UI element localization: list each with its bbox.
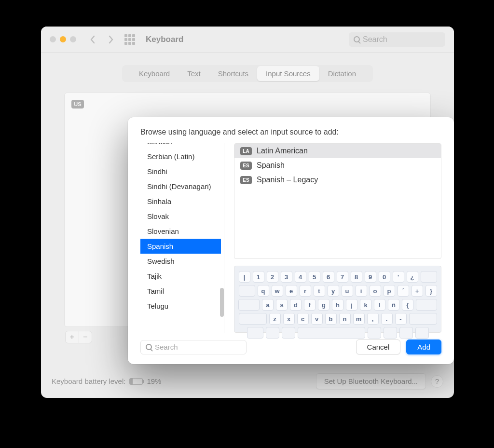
- key: e: [286, 285, 297, 297]
- language-item[interactable]: Sinhala: [140, 194, 221, 209]
- key: i: [356, 285, 367, 297]
- add-input-source-dialog: Browse using language and select an inpu…: [128, 117, 454, 364]
- key: q: [258, 285, 269, 297]
- scrollbar-thumb[interactable]: [220, 288, 224, 317]
- input-source-item[interactable]: ESSpanish – Legacy: [234, 173, 441, 187]
- key: 3: [281, 271, 292, 283]
- key: l: [374, 299, 385, 311]
- source-label: Spanish – Legacy: [257, 176, 318, 184]
- key: y: [328, 285, 339, 297]
- key: p: [384, 285, 395, 297]
- key: 4: [295, 271, 306, 283]
- language-item[interactable]: Tajik: [140, 269, 221, 284]
- key: h: [332, 299, 343, 311]
- key: c: [297, 313, 309, 325]
- language-item[interactable]: Sindhi (Devanagari): [140, 179, 221, 194]
- input-source-list[interactable]: LALatin AmericanESSpanishESSpanish – Leg…: [234, 143, 441, 259]
- key: w: [272, 285, 283, 297]
- key: 8: [351, 271, 362, 283]
- key: 5: [309, 271, 320, 283]
- key: .: [381, 313, 393, 325]
- key: z: [269, 313, 281, 325]
- key: f: [304, 299, 316, 311]
- dialog-search-placeholder: Search: [155, 343, 178, 351]
- input-source-item[interactable]: LALatin American: [234, 144, 441, 158]
- key: j: [346, 299, 357, 311]
- key: n: [339, 313, 351, 325]
- source-chip: LA: [240, 147, 252, 155]
- language-item[interactable]: Slovenian: [140, 224, 221, 239]
- language-item[interactable]: Swedish: [140, 254, 221, 269]
- key: {: [402, 299, 413, 311]
- key: d: [290, 299, 302, 311]
- language-item[interactable]: Telugu: [140, 299, 221, 313]
- key: +: [412, 285, 423, 297]
- key: a: [262, 299, 274, 311]
- key: m: [353, 313, 365, 325]
- key: x: [283, 313, 295, 325]
- language-list[interactable]: SerbianSerbian (Latin)SindhiSindhi (Deva…: [140, 143, 224, 333]
- key: ¿: [407, 271, 418, 283]
- dialog-body: SerbianSerbian (Latin)SindhiSindhi (Deva…: [140, 143, 441, 333]
- source-label: Spanish: [257, 161, 285, 170]
- key: ´: [398, 285, 409, 297]
- source-label: Latin American: [257, 147, 308, 155]
- key: -: [395, 313, 407, 325]
- key: g: [318, 299, 329, 311]
- language-item[interactable]: Serbian: [140, 143, 221, 149]
- source-chip: ES: [240, 162, 252, 170]
- key: r: [300, 285, 311, 297]
- key: s: [276, 299, 288, 311]
- search-icon: [146, 344, 152, 350]
- language-item[interactable]: Sindhi: [140, 164, 221, 179]
- key: ': [393, 271, 404, 283]
- input-source-item[interactable]: ESSpanish: [234, 158, 441, 173]
- key: t: [314, 285, 325, 297]
- add-button[interactable]: Add: [406, 339, 441, 354]
- key: 0: [379, 271, 390, 283]
- dialog-search[interactable]: Search: [140, 340, 247, 354]
- key: 2: [267, 271, 278, 283]
- keyboard-preview: |1234567890'¿qwertyuiop´+}asdfghjklñ{zxc…: [234, 266, 441, 333]
- key: b: [325, 313, 337, 325]
- language-item[interactable]: Tamil: [140, 284, 221, 299]
- key: 1: [253, 271, 264, 283]
- key: k: [360, 299, 371, 311]
- key: ñ: [388, 299, 399, 311]
- key: 7: [337, 271, 348, 283]
- key: |: [239, 271, 250, 283]
- key: ,: [367, 313, 379, 325]
- key: 6: [323, 271, 334, 283]
- language-item[interactable]: Spanish: [140, 239, 221, 254]
- key: o: [370, 285, 381, 297]
- dialog-prompt: Browse using language and select an inpu…: [140, 128, 441, 136]
- key: u: [342, 285, 353, 297]
- source-chip: ES: [240, 176, 252, 184]
- cancel-button[interactable]: Cancel: [356, 339, 401, 354]
- language-item[interactable]: Serbian (Latin): [140, 149, 221, 164]
- key: 9: [365, 271, 376, 283]
- key: v: [311, 313, 323, 325]
- language-item[interactable]: Slovak: [140, 209, 221, 224]
- key: }: [425, 285, 437, 297]
